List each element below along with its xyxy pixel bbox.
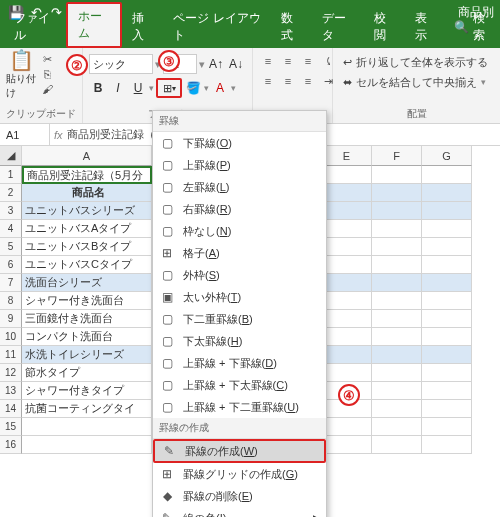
cell[interactable]: [372, 328, 422, 346]
row-header[interactable]: 14: [0, 400, 22, 418]
cell[interactable]: [422, 346, 472, 364]
row-header[interactable]: 15: [0, 418, 22, 436]
menu-item[interactable]: ✎罫線の作成(W): [153, 439, 326, 463]
cell[interactable]: [372, 436, 422, 454]
row-header[interactable]: 1: [0, 166, 22, 184]
cell[interactable]: [422, 166, 472, 184]
menu-item[interactable]: ▢上罫線(P): [153, 154, 326, 176]
font-color-button[interactable]: A: [211, 78, 229, 98]
cell[interactable]: [372, 364, 422, 382]
cell[interactable]: [322, 310, 372, 328]
cell[interactable]: [322, 238, 372, 256]
row-header[interactable]: 6: [0, 256, 22, 274]
cell[interactable]: [422, 292, 472, 310]
underline-button[interactable]: U: [129, 78, 147, 98]
menu-item[interactable]: ▢枠なし(N): [153, 220, 326, 242]
menu-item[interactable]: ▢下二重罫線(B): [153, 308, 326, 330]
row-header[interactable]: 2: [0, 184, 22, 202]
align-left-button[interactable]: ≡: [259, 72, 277, 90]
col-header-g[interactable]: G: [422, 146, 472, 166]
select-all-corner[interactable]: ◢: [0, 146, 22, 166]
cell[interactable]: [322, 166, 372, 184]
row-header[interactable]: 3: [0, 202, 22, 220]
cell[interactable]: [372, 310, 422, 328]
cell[interactable]: ユニットバスBタイプ: [22, 238, 152, 256]
menu-item[interactable]: ⊞罫線グリッドの作成(G): [153, 463, 326, 485]
tab-formulas[interactable]: 数式: [271, 6, 312, 48]
align-bottom-button[interactable]: ≡: [299, 52, 317, 70]
cell[interactable]: [422, 256, 472, 274]
cell[interactable]: ユニットバスCタイプ: [22, 256, 152, 274]
row-header[interactable]: 13: [0, 382, 22, 400]
cell[interactable]: 水洗トイレシリーズ: [22, 346, 152, 364]
cell[interactable]: [422, 418, 472, 436]
search-box[interactable]: 🔍検索: [446, 6, 500, 48]
cell[interactable]: 節水タイプ: [22, 364, 152, 382]
borders-button[interactable]: ⊞▾: [156, 78, 182, 98]
fill-color-button[interactable]: 🪣: [184, 78, 202, 98]
cell[interactable]: [422, 328, 472, 346]
cell[interactable]: シャワー付きタイプ: [22, 382, 152, 400]
cell[interactable]: [322, 418, 372, 436]
bold-button[interactable]: B: [89, 78, 107, 98]
cell[interactable]: [322, 364, 372, 382]
cell[interactable]: 商品名: [22, 184, 152, 202]
menu-item[interactable]: ✎線の色(I)▶: [153, 507, 326, 517]
cell[interactable]: コンパクト洗面台: [22, 328, 152, 346]
menu-item[interactable]: ▢上罫線 + 下二重罫線(U): [153, 396, 326, 418]
menu-item[interactable]: ▢下太罫線(H): [153, 330, 326, 352]
cell[interactable]: [372, 292, 422, 310]
menu-item[interactable]: ▢左罫線(L): [153, 176, 326, 198]
cell[interactable]: [372, 166, 422, 184]
paste-button[interactable]: 📋 貼り付け: [6, 52, 36, 96]
menu-item[interactable]: ▢上罫線 + 下太罫線(C): [153, 374, 326, 396]
cell[interactable]: [372, 256, 422, 274]
cell[interactable]: シャワー付き洗面台: [22, 292, 152, 310]
cell[interactable]: [422, 382, 472, 400]
menu-item[interactable]: ▢上罫線 + 下罫線(D): [153, 352, 326, 374]
cell[interactable]: [322, 292, 372, 310]
col-header-a[interactable]: A: [22, 146, 152, 166]
increase-font-button[interactable]: A↑: [207, 54, 225, 74]
cell[interactable]: [322, 274, 372, 292]
row-header[interactable]: 8: [0, 292, 22, 310]
align-right-button[interactable]: ≡: [299, 72, 317, 90]
menu-item[interactable]: ◆罫線の削除(E): [153, 485, 326, 507]
cell[interactable]: [422, 220, 472, 238]
cell[interactable]: [22, 436, 152, 454]
italic-button[interactable]: I: [109, 78, 127, 98]
menu-item[interactable]: ▢右罫線(R): [153, 198, 326, 220]
tab-file[interactable]: ファイル: [4, 6, 66, 48]
row-header[interactable]: 11: [0, 346, 22, 364]
cell[interactable]: 抗菌コーティングタイ: [22, 400, 152, 418]
cell[interactable]: 商品別受注記録（5月分: [22, 166, 152, 184]
font-name-select[interactable]: シック: [89, 54, 153, 74]
row-header[interactable]: 5: [0, 238, 22, 256]
tab-insert[interactable]: 挿入: [122, 6, 163, 48]
cell[interactable]: 三面鏡付き洗面台: [22, 310, 152, 328]
cell[interactable]: [22, 418, 152, 436]
row-header[interactable]: 10: [0, 328, 22, 346]
copy-button[interactable]: ⎘: [38, 67, 56, 81]
cell[interactable]: [372, 274, 422, 292]
format-painter-button[interactable]: 🖌: [38, 82, 56, 96]
cell[interactable]: [372, 346, 422, 364]
cell[interactable]: [322, 220, 372, 238]
menu-item[interactable]: ▢外枠(S): [153, 264, 326, 286]
row-header[interactable]: 4: [0, 220, 22, 238]
cell[interactable]: [422, 238, 472, 256]
col-header-f[interactable]: F: [372, 146, 422, 166]
tab-page-layout[interactable]: ページ レイアウト: [163, 6, 271, 48]
cell[interactable]: [322, 346, 372, 364]
col-header-e[interactable]: E: [322, 146, 372, 166]
tab-data[interactable]: データ: [312, 6, 364, 48]
wrap-text-button[interactable]: ↩折り返して全体を表示する: [339, 52, 494, 72]
cell[interactable]: ユニットバスAタイプ: [22, 220, 152, 238]
cell[interactable]: [422, 400, 472, 418]
merge-center-button[interactable]: ⬌セルを結合して中央揃え▾: [339, 72, 494, 92]
menu-item[interactable]: ▢下罫線(O): [153, 132, 326, 154]
row-header[interactable]: 9: [0, 310, 22, 328]
cut-button[interactable]: ✂: [38, 52, 56, 66]
cell[interactable]: [422, 364, 472, 382]
align-middle-button[interactable]: ≡: [279, 52, 297, 70]
